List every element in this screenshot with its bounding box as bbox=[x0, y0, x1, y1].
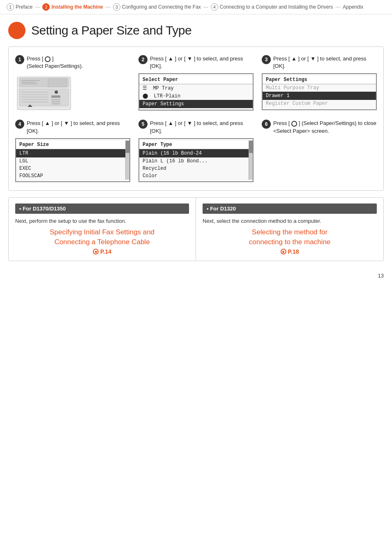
bottom-panel-left-link[interactable]: Specifying Initial Fax Settings and Conn… bbox=[15, 227, 189, 247]
nav-item-preface[interactable]: 1 Preface bbox=[7, 3, 32, 11]
step-5-badge: 5 bbox=[138, 120, 148, 129]
step-2: 2 Press [ ▲ ] or [ ▼ ] to select, and pr… bbox=[138, 55, 254, 113]
bottom-panel-left-header: • For D1370/D1350 bbox=[15, 204, 189, 214]
step-4-badge: 4 bbox=[15, 120, 24, 129]
screen-5-row-4: Color bbox=[139, 172, 249, 180]
screen-2-row-1: ☰ MP Tray bbox=[139, 84, 253, 92]
step-3-text: Press [ ▲ ] or [ ▼ ] to select, and pres… bbox=[273, 55, 377, 70]
screen-5-title: Paper Type bbox=[139, 141, 249, 149]
step-6: 6 Press [ ] (Select Paper/Settings) to c… bbox=[262, 120, 377, 182]
svg-rect-5 bbox=[48, 78, 67, 87]
step-3-screen: Paper Settings Multi Purpose Tray Drawer… bbox=[262, 73, 377, 110]
right-page-num: P.18 bbox=[288, 248, 299, 255]
nav-item-connecting[interactable]: 4 Connecting to a Computer and Installin… bbox=[211, 3, 333, 11]
screen-5-row-3: Recycled bbox=[139, 165, 249, 172]
main-steps-box: 1 Press [ ] (Select Paper/Settings). bbox=[8, 46, 384, 191]
left-page-num: P.14 bbox=[100, 248, 111, 255]
step-4-scrollbar bbox=[125, 141, 129, 180]
nav-arrow-2: — bbox=[106, 4, 111, 10]
step-2-screen: Select Paper ☰ MP Tray ⬤ LTR·Plain Paper… bbox=[138, 73, 254, 111]
screen-4-row-2: LGL bbox=[16, 157, 125, 165]
bottom-panel-right-desc: Next, select the connection method to a … bbox=[203, 218, 377, 224]
scrollbar-thumb-5 bbox=[249, 141, 253, 153]
screen-4-row-4: FOOLSCAP bbox=[16, 172, 125, 180]
step-1-text: Press [ ] (Select Paper/Settings). bbox=[27, 55, 83, 70]
screen-5-row-1: Plain (16 lb Bond-24 bbox=[139, 149, 249, 157]
step-5-screen: Paper Type Plain (16 lb Bond-24 Plain L … bbox=[138, 138, 254, 182]
step-5-text: Press [ ▲ ] or [ ▼ ] to select, and pres… bbox=[150, 120, 254, 134]
nav-item-installing[interactable]: 2 Installing the Machine bbox=[42, 3, 103, 11]
bottom-panel-left-desc: Next, perform the setup to use the fax f… bbox=[15, 218, 189, 224]
page-number: 13 bbox=[0, 269, 392, 282]
page-title: Setting a Paper Size and Type bbox=[31, 23, 191, 37]
step-3: 3 Press [ ▲ ] or [ ▼ ] to select, and pr… bbox=[262, 55, 377, 113]
right-page-dot bbox=[281, 249, 286, 254]
step-5-screen-content: Paper Type Plain (16 lb Bond-24 Plain L … bbox=[139, 141, 249, 180]
screen-4-row-1: LTR bbox=[16, 149, 125, 157]
screen-3-row-2: Drawer 1 bbox=[263, 92, 376, 100]
step-6-badge: 6 bbox=[262, 120, 271, 129]
svg-rect-6 bbox=[19, 89, 69, 106]
nav-arrow-1: — bbox=[35, 4, 40, 10]
left-link-line2: Connecting a Telephone Cable bbox=[54, 238, 150, 246]
step-4-header: 4 Press [ ▲ ] or [ ▼ ] to select, and pr… bbox=[15, 120, 130, 134]
screen-3-title: Paper Settings bbox=[263, 76, 376, 84]
screen-5-row-2: Plain L (16 lb Bond... bbox=[139, 157, 249, 165]
step-4-screen: Paper Size LTR LGL EXEC FOOLSCAP bbox=[15, 138, 130, 182]
step-4-screen-content: Paper Size LTR LGL EXEC FOOLSCAP bbox=[16, 141, 125, 180]
right-link-line2: connecting to the machine bbox=[249, 238, 330, 246]
svg-rect-16 bbox=[51, 103, 60, 104]
step-1-badge: 1 bbox=[15, 55, 24, 64]
bottom-panel-right-page-ref[interactable]: P.18 bbox=[203, 248, 377, 255]
step-1-header: 1 Press [ ] (Select Paper/Settings). bbox=[15, 55, 130, 70]
screen-2-title: Select Paper bbox=[139, 76, 253, 84]
step-2-header: 2 Press [ ▲ ] or [ ▼ ] to select, and pr… bbox=[138, 55, 254, 70]
steps-grid: 1 Press [ ] (Select Paper/Settings). bbox=[15, 55, 377, 182]
page-title-section: Setting a Paper Size and Type bbox=[0, 14, 392, 43]
screen-2-row-2: ⬤ LTR·Plain bbox=[139, 92, 253, 100]
nav-num-2: 2 bbox=[42, 3, 50, 11]
step-3-badge: 3 bbox=[262, 55, 271, 64]
step-1: 1 Press [ ] (Select Paper/Settings). bbox=[15, 55, 130, 113]
screen-3-row-3: Register Custom Paper bbox=[263, 100, 376, 107]
nav-item-appendix[interactable]: Appendix bbox=[343, 4, 363, 10]
step-3-header: 3 Press [ ▲ ] or [ ▼ ] to select, and pr… bbox=[262, 55, 377, 70]
step-5-scrollbar bbox=[249, 141, 253, 180]
bottom-panel-right: • For D1320 Next, select the connection … bbox=[196, 198, 383, 261]
scrollbar-thumb-4 bbox=[126, 141, 129, 153]
top-navigation: 1 Preface — 2 Installing the Machine — 3… bbox=[0, 0, 392, 14]
svg-rect-13 bbox=[51, 95, 60, 98]
bottom-section: • For D1370/D1350 Next, perform the setu… bbox=[8, 197, 384, 261]
bottom-panel-right-link[interactable]: Selecting the method for connecting to t… bbox=[203, 227, 377, 247]
nav-arrow-3: — bbox=[203, 4, 208, 10]
step-5: 5 Press [ ▲ ] or [ ▼ ] to select, and pr… bbox=[138, 120, 254, 182]
svg-point-12 bbox=[55, 90, 58, 94]
left-link-line1: Specifying Initial Fax Settings and bbox=[50, 228, 154, 236]
screen-3-row-1: Multi Purpose Tray bbox=[263, 84, 376, 92]
screen-4-title: Paper Size bbox=[16, 141, 125, 149]
nav-num-3: 3 bbox=[113, 3, 120, 11]
step-4: 4 Press [ ▲ ] or [ ▼ ] to select, and pr… bbox=[15, 120, 130, 182]
machine-illustration bbox=[15, 75, 73, 112]
nav-num-4: 4 bbox=[211, 3, 218, 11]
step-4-text: Press [ ▲ ] or [ ▼ ] to select, and pres… bbox=[27, 120, 130, 134]
screen-2-row-3: Paper Settings bbox=[139, 100, 253, 108]
step-5-header: 5 Press [ ▲ ] or [ ▼ ] to select, and pr… bbox=[138, 120, 254, 134]
nav-arrow-4: — bbox=[335, 4, 340, 10]
step-6-header: 6 Press [ ] (Select Paper/Settings) to c… bbox=[262, 120, 377, 134]
step-2-badge: 2 bbox=[138, 55, 148, 64]
bottom-panel-left: • For D1370/D1350 Next, perform the setu… bbox=[9, 198, 196, 261]
title-circle-icon bbox=[8, 22, 25, 39]
step-2-text: Press [ ▲ ] or [ ▼ ] to select, and pres… bbox=[150, 55, 254, 70]
svg-rect-15 bbox=[51, 101, 60, 102]
step-6-text: Press [ ] (Select Paper/Settings) to clo… bbox=[273, 120, 377, 134]
svg-rect-14 bbox=[51, 99, 60, 100]
right-link-line1: Selecting the method for bbox=[252, 228, 327, 236]
screen-4-row-3: EXEC bbox=[16, 165, 125, 172]
left-page-dot bbox=[93, 249, 99, 254]
bottom-panel-left-page-ref[interactable]: P.14 bbox=[15, 248, 189, 255]
bottom-panel-right-header: • For D1320 bbox=[203, 204, 377, 214]
nav-item-configuring[interactable]: 3 Configuring and Connecting the Fax bbox=[113, 3, 201, 11]
nav-num-1: 1 bbox=[7, 3, 14, 11]
